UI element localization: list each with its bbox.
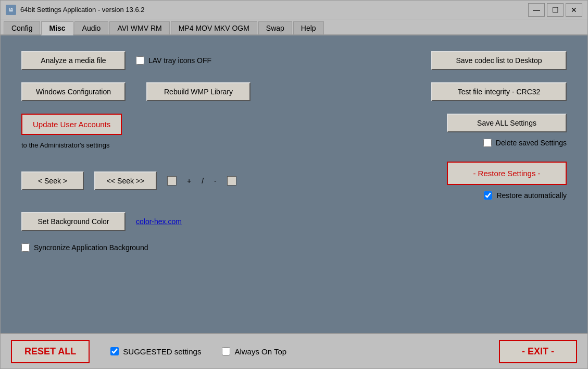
close-button[interactable]: ✕ [566, 3, 582, 17]
sync-bg-checkbox[interactable] [21, 243, 30, 252]
always-on-top-label[interactable]: Always On Top [222, 347, 286, 356]
content-area: Analyze a media file LAV tray icons OFF … [1, 35, 587, 333]
tab-audio[interactable]: Audio [74, 21, 109, 34]
tab-bar: Config Misc Audio AVI WMV RM MP4 MOV MKV… [1, 19, 587, 35]
row-4: < Seek > << Seek >> + / - - Restore Sett… [21, 162, 567, 200]
sync-bg-text: Syncronize Application Background [34, 243, 148, 252]
seek-plus: + [187, 177, 191, 185]
suggested-text: SUGGESTED settings [123, 347, 201, 356]
sync-bg-label[interactable]: Syncronize Application Background [21, 243, 148, 252]
seek-slash: / [202, 177, 204, 185]
suggested-label[interactable]: SUGGESTED settings [110, 347, 201, 356]
window-title: 64bit Settings Application - version 13.… [20, 6, 528, 14]
tab-misc[interactable]: Misc [41, 21, 73, 35]
tab-swap[interactable]: Swap [258, 21, 292, 34]
admin-text: to the Administrator's settings [21, 141, 122, 149]
delete-saved-text: Delete saved Settings [496, 139, 567, 147]
window-controls: — ☐ ✕ [528, 3, 582, 17]
lav-tray-checkbox[interactable] [136, 56, 144, 65]
restore-auto-text: Restore automatically [496, 191, 567, 200]
delete-saved-label[interactable]: Delete saved Settings [483, 139, 567, 147]
tab-config[interactable]: Config [4, 21, 40, 34]
analyze-button[interactable]: Analyze a media file [21, 51, 126, 70]
titlebar: 🖥 64bit Settings Application - version 1… [1, 1, 587, 19]
minimize-button[interactable]: — [528, 3, 545, 17]
restore-button[interactable]: - Restore Settings - [447, 162, 567, 185]
restore-auto-checkbox[interactable] [484, 191, 492, 200]
tab-help[interactable]: Help [293, 21, 324, 34]
row-2: Windows Configuration Rebuild WMP Librar… [21, 82, 567, 101]
tab-mp4-mov-mkv-ogm[interactable]: MP4 MOV MKV OGM [171, 21, 257, 34]
seek-color-box-1 [167, 176, 177, 186]
suggested-checkbox[interactable] [110, 347, 119, 355]
main-window: 🖥 64bit Settings Application - version 1… [0, 0, 588, 369]
row-6: Syncronize Application Background [21, 243, 567, 252]
seek-color-box-2 [227, 176, 236, 186]
app-icon: 🖥 [6, 5, 16, 15]
save-codec-button[interactable]: Save codec list to Desktop [431, 51, 567, 70]
test-file-button[interactable]: Test file integrity - CRC32 [431, 82, 567, 101]
restore-auto-label[interactable]: Restore automatically [484, 191, 567, 200]
save-all-button[interactable]: Save ALL Settings [447, 114, 567, 132]
color-hex-link[interactable]: color-hex.com [136, 217, 182, 226]
row-1: Analyze a media file LAV tray icons OFF … [21, 51, 567, 70]
seek-minus: - [214, 177, 217, 185]
update-user-button[interactable]: Update User Accounts [21, 114, 122, 135]
exit-button[interactable]: - EXIT - [499, 340, 577, 363]
seek-left-button[interactable]: < Seek > [21, 171, 84, 190]
delete-saved-checkbox[interactable] [483, 139, 492, 147]
windows-config-button[interactable]: Windows Configuration [21, 82, 126, 101]
always-on-top-checkbox[interactable] [222, 347, 230, 355]
row-3: Update User Accounts to the Administrato… [21, 114, 567, 149]
always-on-top-text: Always On Top [234, 347, 286, 356]
lav-tray-label: LAV tray icons OFF [148, 56, 211, 65]
row-5: Set Background Color color-hex.com [21, 212, 567, 231]
set-bg-button[interactable]: Set Background Color [21, 212, 126, 231]
maximize-button[interactable]: ☐ [547, 3, 564, 17]
bottom-bar: RESET ALL SUGGESTED settings Always On T… [1, 333, 587, 368]
lav-tray-checkbox-label[interactable]: LAV tray icons OFF [136, 56, 211, 65]
seek-double-button[interactable]: << Seek >> [94, 171, 157, 190]
rebuild-wmp-button[interactable]: Rebuild WMP Library [146, 82, 251, 101]
tab-avi-wmv-rm[interactable]: AVI WMV RM [109, 21, 169, 34]
reset-all-button[interactable]: RESET ALL [11, 340, 90, 363]
